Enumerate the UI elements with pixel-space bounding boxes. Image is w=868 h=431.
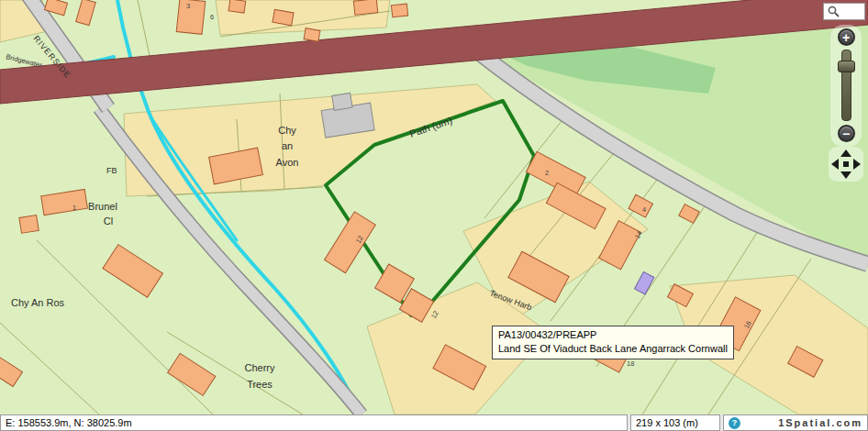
search-button[interactable] — [823, 3, 865, 20]
search-icon — [828, 6, 840, 17]
map-label-brunel-cl: Brunel — [88, 201, 117, 212]
building — [228, 0, 246, 13]
map-label-chy-an-avon: an — [282, 140, 293, 151]
house-number-label: 1 — [72, 204, 76, 212]
zoom-in-button[interactable]: + — [838, 28, 855, 46]
zoom-out-button[interactable]: − — [838, 125, 855, 142]
pan-left-arrow[interactable] — [831, 159, 839, 170]
coordinates-display: E: 158553.9m, N: 38025.9m — [0, 414, 628, 431]
map-label-chy-an-avon: Chy — [278, 125, 296, 136]
building — [353, 0, 377, 15]
pan-right-arrow[interactable] — [853, 159, 861, 170]
map-viewport[interactable]: RIVERSIDE Bridgewater FB Chy an Avon Bru… — [0, 0, 868, 414]
tooltip-reference: PA13/00432/PREAPP — [498, 328, 728, 342]
tooltip-description: Land SE Of Viaduct Back Lane Angarrack C… — [498, 342, 728, 356]
building — [391, 4, 407, 17]
pan-down-arrow[interactable] — [840, 171, 851, 179]
feature-tooltip: PA13/00432/PREAPP Land SE Of Viaduct Bac… — [492, 326, 734, 359]
building — [176, 0, 206, 34]
house-number-label: 3 — [186, 2, 190, 10]
zoom-slider-handle[interactable] — [838, 61, 855, 72]
building — [304, 28, 320, 42]
building — [273, 9, 294, 25]
brand-logo: 1Spatial.com — [778, 417, 862, 428]
extent-display: 219 x 103 (m) — [630, 414, 720, 431]
map-canvas[interactable]: RIVERSIDE Bridgewater FB Chy an Avon Bru… — [0, 0, 868, 414]
pan-up-arrow[interactable] — [840, 149, 851, 157]
map-label-fb: FB — [106, 166, 117, 175]
pan-control[interactable] — [829, 147, 863, 182]
map-label-chy-an-ros: Chy An Ros — [11, 297, 65, 308]
map-label-brunel-cl: Cl — [104, 216, 113, 227]
zoom-control: + − — [830, 25, 862, 147]
status-bar: E: 158553.9m, N: 38025.9m 219 x 103 (m) … — [0, 414, 868, 431]
zoom-slider-track[interactable] — [841, 50, 851, 121]
pan-center-dot[interactable] — [843, 161, 849, 167]
house-number-label: 4 — [642, 205, 646, 214]
house-number-label: 18 — [627, 359, 634, 368]
brand-cell: ? 1Spatial.com — [723, 414, 868, 431]
map-label-cherry-trees: Cherry — [244, 362, 275, 373]
map-label-chy-an-avon: Avon — [276, 157, 299, 168]
help-button[interactable]: ? — [729, 417, 740, 429]
pan-arrows-icon — [829, 147, 863, 182]
map-application: RIVERSIDE Bridgewater FB Chy an Avon Bru… — [0, 0, 868, 431]
building — [19, 216, 39, 234]
house-number-label: 6 — [210, 13, 214, 21]
map-label-cherry-trees: Trees — [247, 379, 273, 390]
house-number-label: 2 — [545, 169, 549, 177]
